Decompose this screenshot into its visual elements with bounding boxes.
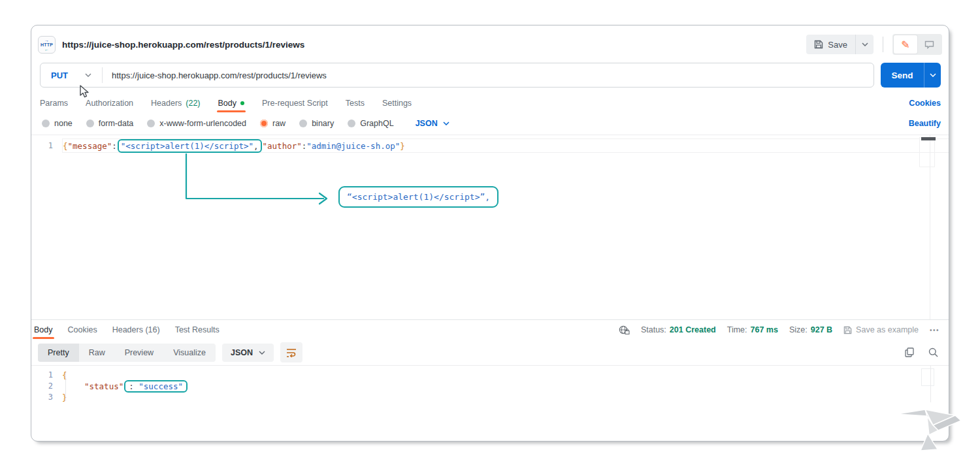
response-line-2: 2 "status": "success" xyxy=(31,381,949,392)
response-body-editor: 1 { 2 "status": "success" 3 } xyxy=(31,365,949,441)
code-line-1: 1 {"message":"<script>alert(1)</script>"… xyxy=(31,138,949,153)
chevron-down-icon xyxy=(862,42,868,46)
header-actions: Save ✎ xyxy=(806,34,942,55)
line-number: 1 xyxy=(31,141,62,150)
radio-selected-icon xyxy=(260,120,268,127)
chevron-down-icon xyxy=(443,121,449,125)
radio-graphql[interactable]: GraphQL xyxy=(348,119,393,128)
radio-icon xyxy=(42,120,50,127)
editor-overview-ruler[interactable] xyxy=(921,137,936,140)
response-line-3: 3 } xyxy=(31,392,949,403)
comment-icon xyxy=(924,40,934,49)
response-tabs: Body Cookies Headers (16) Test Results xyxy=(34,325,220,334)
wrap-text-icon xyxy=(286,347,297,357)
request-body-editor[interactable]: 1 {"message":"<script>alert(1)</script>"… xyxy=(31,135,949,319)
radio-icon xyxy=(348,120,355,127)
cookies-link[interactable]: Cookies xyxy=(909,99,941,108)
body-language-selector[interactable]: JSON xyxy=(416,119,449,128)
response-header: Body Cookies Headers (16) Test Results S… xyxy=(31,319,949,340)
response-language-selector[interactable]: JSON xyxy=(222,344,274,362)
indent-guide xyxy=(65,372,66,401)
editor-scroll-area xyxy=(919,137,935,167)
tab-params[interactable]: Params xyxy=(40,99,68,108)
tab-body[interactable]: Body xyxy=(218,99,245,108)
copy-icon[interactable] xyxy=(905,347,914,357)
size-badge: Size: 927 B xyxy=(789,325,832,334)
view-preview[interactable]: Preview xyxy=(115,344,163,362)
radio-form-data[interactable]: form-data xyxy=(86,119,134,128)
save-icon xyxy=(814,40,823,49)
beautify-link[interactable]: Beautify xyxy=(909,119,941,128)
header-divider xyxy=(883,37,883,52)
view-pretty[interactable]: Pretty xyxy=(38,344,79,362)
request-tabs: Params Authorization Headers (22) Body P… xyxy=(40,95,941,112)
edit-pane-button[interactable]: ✎ xyxy=(894,35,917,54)
url-input[interactable]: https://juice-shop.herokuapp.com/rest/pr… xyxy=(103,71,327,80)
origami-bird-logo xyxy=(896,400,962,457)
globe-lock-icon xyxy=(619,325,630,335)
radio-none[interactable]: none xyxy=(42,119,73,128)
tab-test-results[interactable]: Test Results xyxy=(175,325,220,334)
tab-settings[interactable]: Settings xyxy=(382,99,412,108)
save-options-caret[interactable] xyxy=(855,35,874,54)
tab-response-headers[interactable]: Headers (16) xyxy=(112,325,160,334)
xss-payload-callout: “<script>alert(1)</script>”, xyxy=(338,186,498,208)
view-raw[interactable]: Raw xyxy=(79,344,115,362)
save-button[interactable]: Save xyxy=(806,35,874,54)
comments-button[interactable] xyxy=(917,35,941,54)
response-view-switcher: Pretty Raw Preview Visualize xyxy=(38,344,216,362)
tab-tests[interactable]: Tests xyxy=(346,99,365,108)
request-title: https://juice-shop.herokuapp.com/rest/pr… xyxy=(62,40,304,50)
radio-icon xyxy=(86,120,94,127)
tab-response-body[interactable]: Body xyxy=(34,325,53,334)
save-as-example-button[interactable]: Save as example xyxy=(843,325,919,334)
tab-pre-request-script[interactable]: Pre-request Script xyxy=(262,99,328,108)
status-badge: Status: 201 Created xyxy=(641,325,716,334)
xss-payload-highlight: "<script>alert(1)</script>", xyxy=(118,139,262,153)
unsaved-changes-dot xyxy=(240,101,244,105)
pencil-icon: ✎ xyxy=(901,39,909,51)
request-tab-header: → HTTP ← https://juice-shop.herokuapp.co… xyxy=(38,29,942,59)
radio-x-www-form-urlencoded[interactable]: x-www-form-urlencoded xyxy=(147,119,246,128)
method-label: PUT xyxy=(51,71,68,80)
chevron-down-icon xyxy=(930,73,936,77)
radio-raw[interactable]: raw xyxy=(260,119,286,128)
response-tools xyxy=(905,347,938,357)
headers-count: (22) xyxy=(186,99,200,108)
radio-icon xyxy=(147,120,155,127)
response-scroll-thumb[interactable] xyxy=(921,368,934,386)
tab-headers[interactable]: Headers (22) xyxy=(151,99,200,108)
time-badge: Time: 767 ms xyxy=(727,325,778,334)
send-options-caret[interactable] xyxy=(924,63,941,88)
body-type-row: none form-data x-www-form-urlencoded raw… xyxy=(42,116,941,131)
postman-window: → HTTP ← https://juice-shop.herokuapp.co… xyxy=(0,0,980,467)
chevron-down-icon xyxy=(85,73,91,77)
url-box: PUT https://juice-shop.herokuapp.com/res… xyxy=(40,63,874,88)
chevron-down-icon xyxy=(259,351,265,355)
tab-authorization[interactable]: Authorization xyxy=(86,99,133,108)
request-url-row: PUT https://juice-shop.herokuapp.com/res… xyxy=(40,63,941,88)
response-line-1: 1 { xyxy=(31,370,949,381)
pane-toggle-group: ✎ xyxy=(892,34,942,55)
more-options-button[interactable]: ••• xyxy=(930,327,939,334)
view-visualize[interactable]: Visualize xyxy=(163,344,216,362)
success-status-highlight: : "success" xyxy=(124,380,188,393)
editor-scrollbar-track xyxy=(930,135,930,319)
send-button[interactable]: Send xyxy=(881,63,941,88)
response-toolbar: Pretty Raw Preview Visualize JSON xyxy=(31,340,949,364)
response-scrollbar-track xyxy=(930,366,931,402)
save-button-label: Save xyxy=(828,40,847,50)
wrap-lines-button[interactable] xyxy=(280,342,302,362)
radio-binary[interactable]: binary xyxy=(299,119,334,128)
request-panel-card: → HTTP ← https://juice-shop.herokuapp.co… xyxy=(31,25,949,442)
tab-response-cookies[interactable]: Cookies xyxy=(68,325,97,334)
save-icon xyxy=(843,326,852,334)
response-meta: Status: 201 Created Time: 767 ms Size: 9… xyxy=(619,325,939,335)
http-method-icon: → HTTP ← xyxy=(38,36,56,54)
mouse-cursor xyxy=(78,85,90,99)
method-selector[interactable]: PUT xyxy=(41,63,102,87)
radio-icon xyxy=(299,120,307,127)
search-icon[interactable] xyxy=(928,347,938,357)
